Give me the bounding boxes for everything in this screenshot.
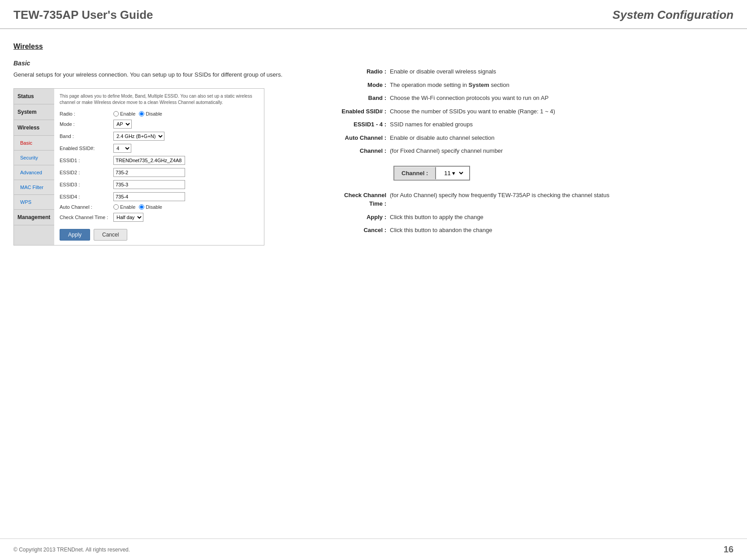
essid4-label: ESSID4 : xyxy=(60,194,113,199)
info-row-enabled-ssid: Enabled SSID# : Choose the number of SSI… xyxy=(318,105,734,118)
band-row: Band : 2.4 GHz (B+G+N) xyxy=(60,132,259,141)
radio-term: Radio : xyxy=(318,65,390,78)
footer-copyright: © Copyright 2013 TRENDnet. All rights re… xyxy=(13,547,130,553)
essid2-input[interactable] xyxy=(113,168,185,177)
header: TEW-735AP User's Guide System Configurat… xyxy=(0,0,747,29)
band-def: Choose the Wi-Fi connection protocols yo… xyxy=(390,91,734,105)
mode-row: Mode : AP xyxy=(60,120,259,129)
auto-channel-info-def: Enable or disable auto channel selection xyxy=(390,131,734,145)
sidebar-item-wireless[interactable]: Wireless xyxy=(14,120,54,136)
radio-enable-label: Enable xyxy=(120,111,135,116)
apply-button[interactable]: Apply xyxy=(60,229,90,241)
page-title: Wireless xyxy=(13,43,291,51)
essid2-label: ESSID2 : xyxy=(60,170,113,175)
check-channel-term-line1: Check Channel xyxy=(344,192,386,198)
mode-def-bold: System xyxy=(469,82,489,88)
auto-channel-disable-input[interactable] xyxy=(139,204,144,210)
essid3-input[interactable] xyxy=(113,180,185,189)
info-row-channel: Channel : (for Fixed Channel) specify ch… xyxy=(318,144,734,158)
auto-channel-label: Auto Channel : xyxy=(60,204,113,210)
channel-box-container: Channel : 11 ▾ xyxy=(393,161,734,185)
info-row-radio: Radio : Enable or disable overall wirele… xyxy=(318,65,734,78)
essid4-row: ESSID4 : xyxy=(60,192,259,201)
mode-label: Mode : xyxy=(60,121,113,127)
left-column: Wireless Basic General setups for your w… xyxy=(13,43,300,246)
description-text: General setups for your wireless connect… xyxy=(13,70,291,79)
info-row-auto-channel: Auto Channel : Enable or disable auto ch… xyxy=(318,131,734,145)
radio-disable-input[interactable] xyxy=(139,111,144,116)
essid1-4-term: ESSID1 - 4 : xyxy=(318,118,390,131)
check-channel-def: (for Auto Channel) specify how frequentl… xyxy=(390,189,734,211)
panel-sidebar: Status System Wireless Basic Security Ad… xyxy=(14,89,264,245)
radio-group: Enable Disable xyxy=(113,111,162,116)
channel-def: (for Fixed Channel) specify channel numb… xyxy=(390,144,734,158)
radio-enable-option[interactable]: Enable xyxy=(113,111,135,116)
panel-description: This page allows you to define Mode, Ban… xyxy=(60,93,259,106)
basic-label: Basic xyxy=(13,60,291,67)
footer: © Copyright 2013 TRENDnet. All rights re… xyxy=(0,538,747,560)
band-select[interactable]: 2.4 GHz (B+G+N) xyxy=(113,132,164,141)
enabled-ssid-row: Enabled SSID#: 4 xyxy=(60,144,259,153)
ui-panel: Status System Wireless Basic Security Ad… xyxy=(13,88,264,246)
sidebar-item-security[interactable]: Security xyxy=(14,151,54,165)
footer-page-number: 16 xyxy=(724,544,734,555)
channel-box: Channel : 11 ▾ xyxy=(393,166,470,181)
auto-channel-disable-label: Disable xyxy=(146,204,162,210)
essid1-row: ESSID1 : xyxy=(60,156,259,165)
enabled-ssid-label: Enabled SSID#: xyxy=(60,146,113,151)
check-channel-select[interactable]: Half day xyxy=(113,213,143,222)
info-table: Radio : Enable or disable overall wirele… xyxy=(318,65,734,158)
info-row-mode: Mode : The operation mode setting in Sys… xyxy=(318,78,734,92)
band-term: Band : xyxy=(318,91,390,105)
info-table-2: Check Channel Time : (for Auto Channel) … xyxy=(318,189,734,237)
info-row-apply: Apply : Click this button to apply the c… xyxy=(318,211,734,224)
sidebar-item-system[interactable]: System xyxy=(14,104,54,120)
sidebar-item-mac-filter[interactable]: MAC Filter xyxy=(14,180,54,195)
auto-channel-row: Auto Channel : Enable Disable xyxy=(60,204,259,210)
cancel-info-def: Click this button to abandon the change xyxy=(390,224,734,237)
radio-label: Radio : xyxy=(60,111,113,116)
auto-channel-info-term: Auto Channel : xyxy=(318,131,390,145)
cancel-button[interactable]: Cancel xyxy=(94,229,127,241)
channel-term: Channel : xyxy=(318,144,390,158)
check-channel-term-line2: Time : xyxy=(369,200,386,207)
header-title-left: TEW-735AP User's Guide xyxy=(13,8,153,22)
check-channel-info-term: Check Channel Time : xyxy=(318,189,390,211)
essid3-row: ESSID3 : xyxy=(60,180,259,189)
essid1-4-def: SSID names for enabled groups xyxy=(390,118,734,131)
radio-disable-label: Disable xyxy=(146,111,162,116)
apply-info-def: Click this button to apply the change xyxy=(390,211,734,224)
sidebar-item-status[interactable]: Status xyxy=(14,89,54,104)
essid4-input[interactable] xyxy=(113,192,185,201)
mode-select[interactable]: AP xyxy=(113,120,132,129)
auto-channel-enable-input[interactable] xyxy=(113,204,119,210)
radio-enable-input[interactable] xyxy=(113,111,119,116)
essid3-label: ESSID3 : xyxy=(60,182,113,187)
band-label: Band : xyxy=(60,134,113,139)
info-row-essid1-4: ESSID1 - 4 : SSID names for enabled grou… xyxy=(318,118,734,131)
panel-main-form: This page allows you to define Mode, Ban… xyxy=(54,89,264,245)
auto-channel-disable-option[interactable]: Disable xyxy=(139,204,162,210)
right-column: Radio : Enable or disable overall wirele… xyxy=(300,43,734,246)
essid1-input[interactable] xyxy=(113,156,185,165)
channel-box-value: 11 ▾ xyxy=(436,167,469,180)
main-content: Wireless Basic General setups for your w… xyxy=(0,29,747,246)
essid2-row: ESSID2 : xyxy=(60,168,259,177)
auto-channel-group: Enable Disable xyxy=(113,204,162,210)
auto-channel-enable-option[interactable]: Enable xyxy=(113,204,135,210)
radio-row: Radio : Enable Disable xyxy=(60,111,259,116)
sidebar-item-wps[interactable]: WPS xyxy=(14,195,54,210)
channel-value-select[interactable]: 11 ▾ xyxy=(440,169,465,177)
info-row-cancel: Cancel : Click this button to abandon th… xyxy=(318,224,734,237)
enabled-ssid-def: Choose the number of SSIDs you want to e… xyxy=(390,105,734,118)
sidebar-item-basic[interactable]: Basic xyxy=(14,136,54,151)
sidebar-item-advanced[interactable]: Advanced xyxy=(14,165,54,180)
header-title-right: System Configuration xyxy=(613,8,734,22)
apply-info-term: Apply : xyxy=(318,211,390,224)
channel-box-label: Channel : xyxy=(394,167,436,179)
radio-disable-option[interactable]: Disable xyxy=(139,111,162,116)
enabled-ssid-select[interactable]: 4 xyxy=(113,144,131,153)
sidebar-item-management[interactable]: Management xyxy=(14,210,54,225)
mode-term: Mode : xyxy=(318,78,390,92)
mode-def: The operation mode setting in System sec… xyxy=(390,78,734,92)
